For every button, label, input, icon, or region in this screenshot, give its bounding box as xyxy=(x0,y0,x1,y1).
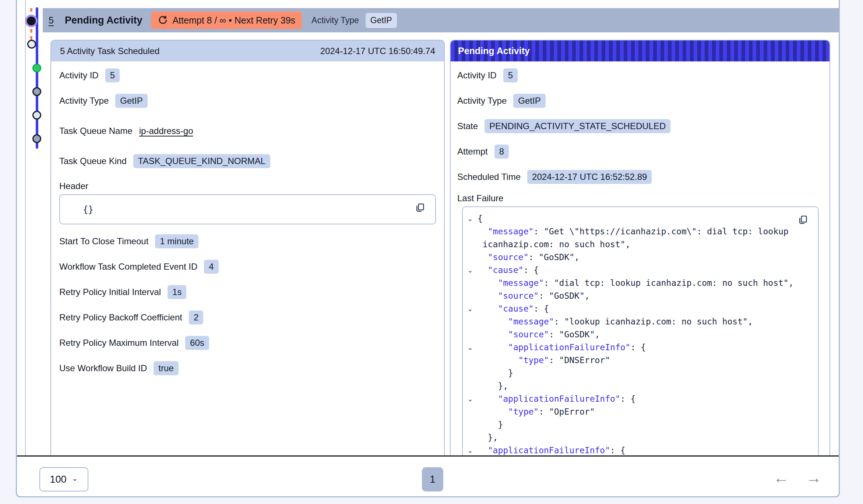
current-page-button[interactable]: 1 xyxy=(422,467,443,491)
last-failure-codeblock: ⌄{ "message": "Get \"https://icanhazip.c… xyxy=(462,206,819,455)
page-size-value: 100 xyxy=(50,474,67,485)
code-gutter xyxy=(463,405,478,418)
code-gutter xyxy=(463,238,478,251)
json-code-line: "source": "GoSDK", xyxy=(463,328,818,341)
field-value-badge: GetIP xyxy=(115,94,147,108)
field-value-badge: TASK_QUEUE_KIND_NORMAL xyxy=(133,154,270,168)
gray-event-dot[interactable] xyxy=(32,87,41,96)
collapse-chevron-icon[interactable]: ⌄ xyxy=(463,393,478,405)
workflow-event-history-screen: 5 Pending Activity Attempt 8 / ∞ • Next … xyxy=(0,0,863,504)
json-code-line: ⌄ "applicationFailureInfo": { xyxy=(463,444,818,455)
detail-field-row: Retry Policy Maximum Interval60s xyxy=(59,335,436,351)
event-id-link[interactable]: 5 xyxy=(49,15,54,26)
pending-activity-header-bar[interactable]: 5 Pending Activity Attempt 8 / ∞ • Next … xyxy=(43,8,839,32)
code-text: "message": "dial tcp: lookup icanhazip.c… xyxy=(478,277,794,290)
field-label: Task Queue Kind xyxy=(59,156,127,166)
code-text: }, xyxy=(478,431,498,444)
code-gutter xyxy=(463,367,478,380)
code-gutter xyxy=(463,354,478,367)
event-title: Pending Activity xyxy=(65,15,142,26)
field-label: State xyxy=(457,121,478,131)
task-queue-link[interactable]: ip-address-go xyxy=(139,126,193,136)
activity-type-badge: GetIP xyxy=(366,13,397,28)
previous-page-arrow[interactable]: ← xyxy=(770,466,792,489)
field-value-badge: 60s xyxy=(185,336,209,350)
json-code-line: ⌄ "cause": { xyxy=(463,302,818,315)
code-text: } xyxy=(478,418,503,431)
json-code-line: ⌄ "applicationFailureInfo": { xyxy=(463,341,818,354)
code-text: "type": "DNSError" xyxy=(478,354,610,367)
code-text: "source": "GoSDK", xyxy=(478,328,600,341)
field-value-badge: 5 xyxy=(105,68,120,82)
gray-event-dot[interactable] xyxy=(32,134,41,143)
field-label: Start To Close Timeout xyxy=(59,236,148,246)
copy-icon[interactable] xyxy=(797,214,809,227)
retry-icon xyxy=(158,15,168,25)
success-event-dot[interactable] xyxy=(32,64,41,72)
json-code-line: icanhazip.com: no such host", xyxy=(463,238,818,251)
retry-attempt-badge: Attempt 8 / ∞ • Next Retry 39s xyxy=(151,11,302,29)
detail-field-row: Retry Policy Initial Interval1s xyxy=(59,284,436,300)
selected-event-dot[interactable] xyxy=(27,17,36,25)
code-text: icanhazip.com: no such host", xyxy=(478,238,630,251)
open-event-dot[interactable] xyxy=(27,40,36,49)
header-payload-value: {} xyxy=(83,205,94,215)
code-text: } xyxy=(478,367,513,380)
activity-type-label: Activity Type xyxy=(311,15,359,25)
field-value-badge: true xyxy=(154,361,178,375)
json-code-line: ⌄ "cause": { xyxy=(463,264,818,277)
light-event-dot[interactable] xyxy=(32,111,41,120)
collapse-chevron-icon[interactable]: ⌄ xyxy=(463,444,478,455)
code-gutter xyxy=(463,251,478,264)
field-label: Retry Policy Initial Interval xyxy=(59,287,161,297)
field-label: Activity ID xyxy=(59,70,99,81)
field-label: Retry Policy Backoff Coefficient xyxy=(59,312,182,323)
json-code-line: } xyxy=(463,367,818,380)
code-text: "applicationFailureInfo": { xyxy=(478,341,646,354)
code-gutter xyxy=(463,290,478,302)
json-code-line: ⌄ "applicationFailureInfo": { xyxy=(463,393,818,405)
field-label: Task Queue Name xyxy=(59,126,133,136)
detail-field-row: Use Workflow Build IDtrue xyxy=(59,360,436,376)
header-section-label: Header xyxy=(59,181,436,191)
collapse-chevron-icon[interactable]: ⌄ xyxy=(463,341,478,354)
activity-task-scheduled-header: 5 Activity Task Scheduled 2024-12-17 UTC… xyxy=(51,40,444,61)
page-size-select[interactable]: 100 ⌄ xyxy=(39,467,88,491)
detail-field-row: Workflow Task Completed Event ID4 xyxy=(59,259,436,275)
detail-field-row: Task Queue Nameip-address-go xyxy=(59,123,436,139)
json-code-line: ⌄{ xyxy=(463,212,818,225)
code-text: "source": "GoSDK", xyxy=(478,251,580,264)
field-label: Activity ID xyxy=(457,70,497,81)
retry-badge-text: Attempt 8 / ∞ • Next Retry 39s xyxy=(172,15,295,26)
json-code-line: "type": "DNSError" xyxy=(463,354,818,367)
detail-field-row: StatePENDING_ACTIVITY_STATE_SCHEDULED xyxy=(457,118,823,134)
detail-field-row: Scheduled Time2024-12-17 UTC 16:52:52.89 xyxy=(457,169,823,185)
collapse-chevron-icon[interactable]: ⌄ xyxy=(463,212,478,225)
code-text: "source": "GoSDK", xyxy=(478,290,590,302)
code-text: "cause": { xyxy=(478,302,549,315)
code-gutter xyxy=(463,277,478,290)
copy-icon[interactable] xyxy=(415,202,426,215)
code-gutter xyxy=(463,315,478,328)
json-code-line: }, xyxy=(463,431,818,444)
detail-field-row: Attempt8 xyxy=(457,143,823,160)
field-value-badge: 1s xyxy=(168,285,186,299)
field-value-badge: 2024-12-17 UTC 16:52:52.89 xyxy=(527,170,652,184)
timeline-pending-dashed-line xyxy=(30,8,32,44)
detail-field-row: Task Queue KindTASK_QUEUE_KIND_NORMAL xyxy=(59,153,436,169)
code-text: "type": "OpError" xyxy=(478,405,595,418)
next-page-arrow[interactable]: → xyxy=(803,466,825,489)
panel-bottom-divider xyxy=(17,455,839,457)
code-gutter xyxy=(463,225,478,238)
json-code-line: }, xyxy=(463,380,818,393)
field-label: Attempt xyxy=(457,146,488,157)
json-code-line: "source": "GoSDK", xyxy=(463,251,818,264)
field-label: Retry Policy Maximum Interval xyxy=(59,338,179,348)
code-text: "cause": { xyxy=(478,264,539,277)
timeline-line xyxy=(36,7,38,149)
json-code-line: "type": "OpError" xyxy=(463,405,818,418)
collapse-chevron-icon[interactable]: ⌄ xyxy=(463,264,478,277)
event-row-left-border xyxy=(25,0,26,455)
field-value-badge: 2 xyxy=(189,310,203,324)
collapse-chevron-icon[interactable]: ⌄ xyxy=(463,302,478,315)
